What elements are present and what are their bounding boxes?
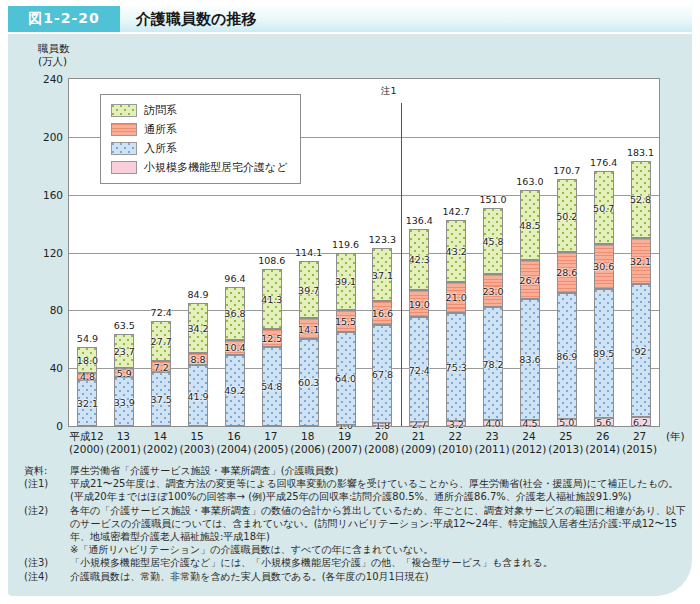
footnote-line: 厚生労働省「介護サービス施設・事業所調査」(介護職員数): [70, 464, 686, 477]
bar-segment-13-訪問系: [114, 334, 134, 368]
footnote-text: 介護職員数は、常勤、非常勤を含めた実人員数である。(各年度の10月1日現在): [70, 570, 686, 583]
footnote-line: ※「通所リハビリテーション」の介護職員数は、すべての年に含まれていない。: [70, 543, 686, 556]
bar-total-value: 108.6: [249, 255, 294, 266]
bar-segment-15-入所系: [188, 365, 208, 426]
chart-panel: 職員数 (万人) 0408012016020024032.14.818.054.…: [8, 34, 692, 596]
bar-segment-14-入所系: [151, 372, 171, 426]
footnote-label: (注4): [24, 570, 70, 583]
bar-segment-17-通所系: [262, 329, 282, 347]
footnote-label: 資料:: [24, 464, 70, 477]
figure-number-badge: 図1-2-20: [8, 6, 120, 32]
footnote-line: 各年の「介護サービス施設・事業所調査」の数値の合計から算出しているため、年ごとに…: [70, 504, 686, 544]
footnote-text: 「小規模多機能型居宅介護など」には、「小規模多機能居宅介護」の他、「複合型サービ…: [70, 556, 686, 569]
y-axis-label-line1: 職員数: [38, 42, 70, 55]
legend-label: 入所系: [144, 141, 177, 156]
bar-segment-25-小規模多機能型居宅介護など: [557, 419, 577, 426]
bar-total-value: 163.0: [508, 176, 553, 187]
bar-segment-26-入所系: [594, 289, 614, 418]
y-tick-200: 200: [21, 131, 63, 143]
bar-segment-23-訪問系: [483, 208, 503, 274]
bar-segment-26-小規模多機能型居宅介護など: [594, 418, 614, 426]
footnote-2: (注2)各年の「介護サービス施設・事業所調査」の数値の合計から算出しているため、…: [24, 504, 686, 557]
bar-segment-19-訪問系: [336, 253, 356, 310]
footnote-line: (平成20年まではほぼ100%の回答率→ (例)平成25年の回収率:訪問介護80…: [70, 490, 686, 503]
bar-segment-22-訪問系: [446, 220, 466, 282]
footnote-label: (注2): [24, 504, 70, 557]
bar-segment-18-入所系: [299, 339, 319, 426]
bar-segment-16-通所系: [225, 340, 245, 355]
bar-segment-22-通所系: [446, 282, 466, 312]
x-axis: (年) 平成12(2000)13(2001)14(2002)15(2003)16…: [68, 430, 660, 458]
bar-segment-24-入所系: [520, 299, 540, 420]
bar-segment-14-訪問系: [151, 321, 171, 361]
bar-segment-18-通所系: [299, 318, 319, 338]
y-tick-240: 240: [21, 73, 63, 85]
legend-swatch-icon: [111, 104, 137, 117]
bar-segment-25-訪問系: [557, 179, 577, 252]
bar-total-value: 96.4: [213, 273, 258, 284]
chart-legend: 訪問系通所系入所系小規模多機能型居宅介護など: [100, 94, 301, 184]
bar-total-value: 170.7: [544, 165, 589, 176]
bar-segment-24-小規模多機能型居宅介護など: [520, 420, 540, 427]
bar-segment-23-入所系: [483, 307, 503, 420]
legend-item-小規模多機能型居宅介護など: 小規模多機能型居宅介護など: [111, 160, 288, 175]
y-axis-label: 職員数 (万人): [38, 42, 70, 68]
page-title: 介護職員数の推移: [136, 10, 256, 29]
note1-divider-label: 注1: [381, 85, 397, 98]
bar-total-value: 84.9: [176, 289, 221, 300]
footnote-0: 資料:厚生労働省「介護サービス施設・事業所調査」(介護職員数): [24, 464, 686, 477]
bar-segment-18-訪問系: [299, 261, 319, 318]
bar-segment-15-訪問系: [188, 303, 208, 352]
legend-item-訪問系: 訪問系: [111, 103, 288, 118]
y-tick-160: 160: [21, 189, 63, 201]
bar-segment-13-通所系: [114, 368, 134, 377]
footnote-label: (注1): [24, 477, 70, 503]
bar-segment-27-訪問系: [631, 161, 651, 237]
bar-segment-22-入所系: [446, 313, 466, 422]
bar-segment-27-通所系: [631, 238, 651, 284]
bar-segment-22-小規模多機能型居宅介護など: [446, 421, 466, 426]
legend-label: 小規模多機能型居宅介護など: [144, 160, 288, 175]
legend-label: 通所系: [144, 122, 177, 137]
header-band: 図1-2-20 介護職員数の推移: [8, 6, 692, 32]
y-axis-label-line2: (万人): [38, 55, 70, 68]
legend-item-入所系: 入所系: [111, 141, 288, 156]
footnote-text: 各年の「介護サービス施設・事業所調査」の数値の合計から算出しているため、年ごとに…: [70, 504, 686, 557]
x-category-year: (2015): [610, 443, 670, 456]
footnote-1: (注1)平成21〜25年度は、調査方法の変更等による回収率変動の影響を受けている…: [24, 477, 686, 503]
bar-segment-16-訪問系: [225, 287, 245, 340]
bar-segment-27-小規模多機能型居宅介護など: [631, 417, 651, 426]
bar-total-value: 119.6: [323, 239, 368, 250]
y-tick-40: 40: [21, 362, 63, 374]
legend-swatch-icon: [111, 142, 137, 155]
bar-segment-20-通所系: [372, 301, 392, 325]
bar-segment-27-入所系: [631, 284, 651, 417]
bar-segment-20-訪問系: [372, 248, 392, 302]
bar-segment-21-通所系: [409, 290, 429, 317]
footnotes: 資料:厚生労働省「介護サービス施設・事業所調査」(介護職員数)(注1)平成21〜…: [24, 464, 686, 583]
bar-segment-23-小規模多機能型居宅介護など: [483, 420, 503, 426]
footnote-line: 介護職員数は、常勤、非常勤を含めた実人員数である。(各年度の10月1日現在): [70, 570, 686, 583]
bar-segment-16-入所系: [225, 355, 245, 426]
bar-segment-17-訪問系: [262, 269, 282, 329]
footnote-4: (注4)介護職員数は、常勤、非常勤を含めた実人員数である。(各年度の10月1日現…: [24, 570, 686, 583]
footnote-label: (注3): [24, 556, 70, 569]
footnote-text: 厚生労働省「介護サービス施設・事業所調査」(介護職員数): [70, 464, 686, 477]
y-tick-120: 120: [21, 247, 63, 259]
bar-segment-15-通所系: [188, 353, 208, 366]
bar-segment-13-入所系: [114, 377, 134, 426]
bar-segment-14-通所系: [151, 361, 171, 371]
bar-segment-24-訪問系: [520, 190, 540, 260]
bar-segment-平成12-入所系: [77, 380, 97, 426]
bar-segment-23-通所系: [483, 274, 503, 307]
bar-total-value: 72.4: [139, 307, 184, 318]
bar-total-value: 123.3: [360, 234, 405, 245]
bar-total-value: 54.9: [65, 333, 110, 344]
bar-segment-25-通所系: [557, 252, 577, 293]
bar-segment-26-訪問系: [594, 171, 614, 244]
footnote-line: 平成21〜25年度は、調査方法の変更等による回収率変動の影響を受けていることから…: [70, 477, 686, 490]
footnote-line: 「小規模多機能型居宅介護など」には、「小規模多機能居宅介護」の他、「複合型サービ…: [70, 556, 686, 569]
bar-total-value: 183.1: [618, 147, 663, 158]
footnote-3: (注3)「小規模多機能型居宅介護など」には、「小規模多機能居宅介護」の他、「複合…: [24, 556, 686, 569]
bar-segment-21-小規模多機能型居宅介護など: [409, 422, 429, 426]
